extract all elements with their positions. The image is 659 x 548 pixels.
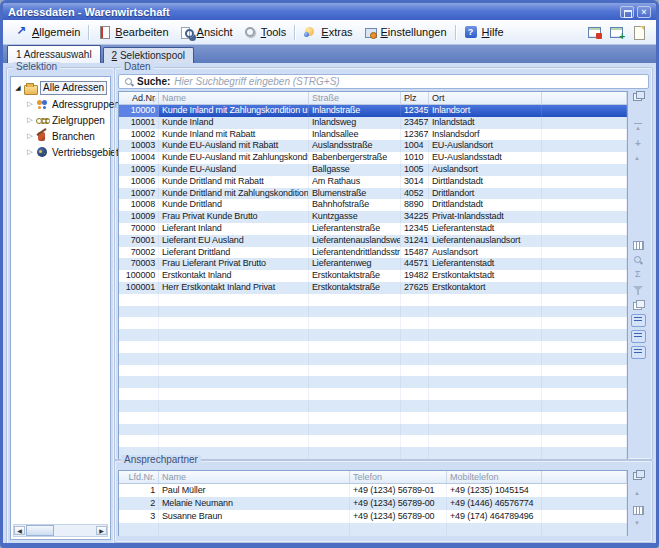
tree-item-zielgruppen[interactable]: ▷Zielgruppen [25,112,110,128]
menu-item-hilfe[interactable]: Hilfe [459,24,509,41]
menu-item-extras[interactable]: Extras [298,24,357,41]
expand-icon[interactable] [631,139,645,151]
cell[interactable]: Drittlandort [429,188,542,200]
address-row[interactable]: 10007Kunde Drittland mit Zahlungskonditi… [119,188,627,200]
address-table[interactable]: Ad.Nr▽NameStraßePlzOrt10000Kunde Inland … [118,91,628,459]
cell[interactable] [542,484,627,497]
menu-item-ansicht[interactable]: Ansicht [174,24,238,41]
address-row[interactable]: 10009Frau Privat Kunde BruttoKuntzgasse3… [119,211,627,223]
address-row[interactable]: 10003Kunde EU-Ausland mit RabattAuslands… [119,140,627,152]
cell[interactable]: +49 (1234) 56789-00 [350,497,447,510]
cell[interactable]: Ballgasse [309,164,401,176]
cell[interactable]: Inlandstadt [429,117,542,129]
cell[interactable]: 27625 [401,282,429,294]
menu-item-tools[interactable]: Tools [238,24,292,41]
address-row[interactable]: 10002Kunde Inland mit RabattInlandsallee… [119,129,627,141]
cell[interactable] [542,270,627,282]
cell[interactable]: Babenbergerstraße [309,152,401,164]
scroll-up-icon[interactable] [631,489,645,501]
cell[interactable]: Lieferantenauslandsweg [309,235,401,247]
address-row[interactable]: 10004Kunde EU-Ausland mit Zahlungskondti… [119,152,627,164]
column-header-Ad.Nr[interactable]: Ad.Nr▽ [119,92,159,104]
cell[interactable]: Lieferantenstadt [429,223,542,235]
cell[interactable]: Drittlandstadt [429,199,542,211]
search-input[interactable]: Hier Suchbegriff eingeben (STRG+S) [174,76,339,87]
cell[interactable] [542,129,627,141]
tree-expand-icon[interactable]: ▷ [25,148,35,156]
close-button[interactable]: × [637,6,651,18]
card-view-icon[interactable] [631,239,645,251]
cell[interactable]: EU-Auslandsort [429,140,542,152]
copy-icon[interactable] [631,299,645,311]
cell[interactable]: Kunde Drittland [159,199,309,211]
cell[interactable] [542,199,627,211]
cell[interactable]: Auslandsstraße [309,140,401,152]
cell[interactable]: 100000 [119,270,159,282]
view-list-icon[interactable] [631,314,646,327]
cell[interactable]: Lieferantenweg [309,258,401,270]
cell[interactable]: 70000 [119,223,159,235]
address-row[interactable]: 70003Frau Lieferant Privat BruttoLiefera… [119,258,627,270]
cell[interactable]: 23457 [401,117,429,129]
column-header-blank[interactable] [542,471,627,483]
cell[interactable]: Inslandsdorf [429,129,542,141]
cell[interactable]: Kunde EU-Ausland [159,164,309,176]
cell[interactable]: 3 [119,510,159,523]
cell[interactable]: 123456 [401,223,429,235]
cell[interactable]: Paul Müller [159,484,350,497]
cell[interactable]: Lieferantenauslandsort [429,235,542,247]
contact-row[interactable]: 1Paul Müller+49 (1234) 56789-01+49 (1235… [119,484,627,497]
view-cards-icon[interactable] [631,346,646,359]
contact-row[interactable]: 3Susanne Braun+49 (1234) 56789-00+49 (17… [119,510,627,523]
cell[interactable]: 12345 [401,105,429,117]
cell[interactable]: EU-Auslandsstadt [429,152,542,164]
column-header-Telefon[interactable]: Telefon [350,471,447,483]
cell[interactable]: +49 (174) 464789496 [447,510,542,523]
cell[interactable] [542,497,627,510]
cell[interactable]: 2 [119,497,159,510]
cell[interactable] [542,282,627,294]
column-header-blank[interactable] [542,92,627,104]
contact-row[interactable]: 2Melanie Neumann+49 (1234) 56789-00+49 (… [119,497,627,510]
cell[interactable]: Lieferantendrittlandsstraße [309,247,401,259]
horizontal-scrollbar[interactable]: ◀ ▶ [13,524,108,537]
address-row[interactable]: 70000Lieferant InlandLieferantenstraße12… [119,223,627,235]
column-header-Ort[interactable]: Ort [429,92,542,104]
cell[interactable]: Dirttlandstadt [429,176,542,188]
column-header-Straße[interactable]: Straße [309,92,401,104]
cell[interactable]: 15487 [401,247,429,259]
cell[interactable]: 10003 [119,140,159,152]
cell[interactable]: Blumenstraße [309,188,401,200]
cell[interactable]: 70003 [119,258,159,270]
tree-expand-icon[interactable]: ◢ [13,84,23,92]
cell[interactable]: 1005 [401,164,429,176]
new-page-icon[interactable] [631,26,646,39]
address-row[interactable]: 10006Kunde Drittland mit RabattAm Rathau… [119,176,627,188]
address-row[interactable]: 100000Erstkontakt InlandErstkontaktstraß… [119,270,627,282]
cell[interactable]: 10009 [119,211,159,223]
cell[interactable]: 1010 [401,152,429,164]
find-icon[interactable] [631,254,645,266]
cell[interactable]: 10001 [119,117,159,129]
address-row[interactable]: 10008Kunde DrittlandBahnhofstraße8890Dri… [119,199,627,211]
cell[interactable]: Inlandsweg [309,117,401,129]
cell[interactable]: Kunde Drittland mit Zahlungskonditionen [159,188,309,200]
titlebar[interactable]: Adressdaten - Warenwirtschaft × [3,3,656,20]
cell[interactable]: Kunde EU-Ausland mit Zahlungskondtionen [159,152,309,164]
tree-expand-icon[interactable]: ▷ [25,132,35,140]
cell[interactable]: Kunde EU-Ausland mit Rabatt [159,140,309,152]
cell[interactable]: Lieferant Inland [159,223,309,235]
cell[interactable]: 100001 [119,282,159,294]
cell[interactable]: Kunde Drittland mit Rabatt [159,176,309,188]
cell[interactable]: Susanne Braun [159,510,350,523]
cell[interactable]: 10008 [119,199,159,211]
cell[interactable]: Lieferant EU Ausland [159,235,309,247]
cell[interactable] [542,223,627,235]
cell[interactable]: Kuntzgasse [309,211,401,223]
cell[interactable] [542,247,627,259]
cell[interactable] [542,211,627,223]
table-export-icon[interactable] [587,26,602,39]
scroll-thumb[interactable] [26,525,54,536]
address-row[interactable]: 100001Herr Erstkontakt Inland PrivatErst… [119,282,627,294]
cell[interactable]: 70001 [119,235,159,247]
